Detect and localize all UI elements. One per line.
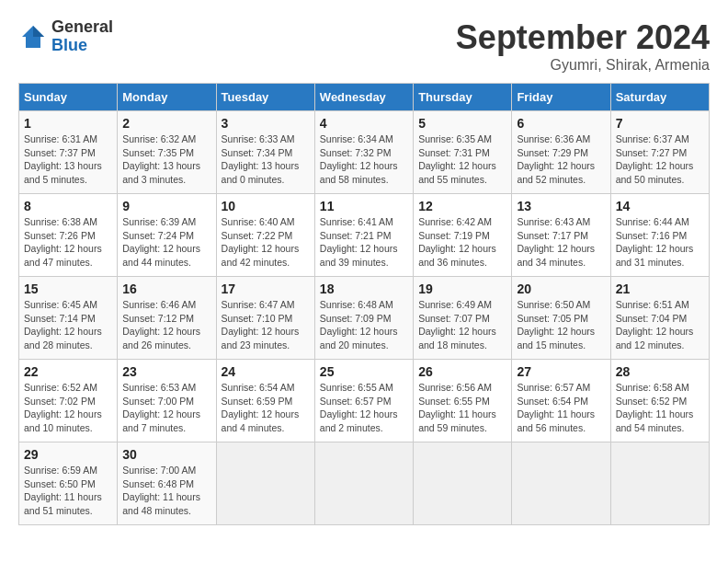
day-number: 27 [517,364,605,379]
day-number: 12 [418,199,506,213]
calendar-cell: 27Sunrise: 6:57 AM Sunset: 6:54 PM Dayli… [512,360,610,442]
day-info: Sunrise: 6:32 AM Sunset: 7:35 PM Dayligh… [122,132,210,187]
calendar-cell [314,442,413,525]
day-number: 5 [418,116,506,131]
day-info: Sunrise: 6:48 AM Sunset: 7:09 PM Dayligh… [320,298,408,352]
day-info: Sunrise: 6:54 AM Sunset: 6:59 PM Dayligh… [222,381,310,435]
day-number: 4 [320,116,408,131]
day-number: 20 [517,282,605,296]
day-number: 1 [24,116,112,131]
weekday-header-wednesday: Wednesday [314,84,413,111]
calendar-cell [216,442,314,525]
weekday-header-tuesday: Tuesday [216,84,314,111]
calendar-cell: 6Sunrise: 6:36 AM Sunset: 7:29 PM Daylig… [512,111,610,194]
day-info: Sunrise: 6:50 AM Sunset: 7:05 PM Dayligh… [517,298,605,352]
calendar-cell: 8Sunrise: 6:38 AM Sunset: 7:26 PM Daylig… [19,194,118,277]
day-info: Sunrise: 6:47 AM Sunset: 7:10 PM Dayligh… [222,298,310,352]
day-info: Sunrise: 6:56 AM Sunset: 6:55 PM Dayligh… [418,381,506,435]
calendar-row-4: 22Sunrise: 6:52 AM Sunset: 7:02 PM Dayli… [19,360,710,442]
day-info: Sunrise: 7:00 AM Sunset: 6:48 PM Dayligh… [122,464,210,518]
logo-icon [18,22,48,52]
weekday-header-sunday: Sunday [19,84,118,111]
calendar-cell: 7Sunrise: 6:37 AM Sunset: 7:27 PM Daylig… [610,111,709,194]
calendar-cell: 17Sunrise: 6:47 AM Sunset: 7:10 PM Dayli… [216,277,314,360]
day-info: Sunrise: 6:39 AM Sunset: 7:24 PM Dayligh… [122,215,210,270]
day-info: Sunrise: 6:36 AM Sunset: 7:29 PM Dayligh… [517,132,605,187]
logo-blue: Blue [51,36,87,54]
day-number: 26 [418,364,506,379]
calendar-cell: 16Sunrise: 6:46 AM Sunset: 7:12 PM Dayli… [118,277,216,360]
calendar-cell [414,442,512,525]
calendar-cell: 15Sunrise: 6:45 AM Sunset: 7:14 PM Dayli… [19,277,118,360]
day-number: 9 [122,199,210,213]
day-info: Sunrise: 6:58 AM Sunset: 6:52 PM Dayligh… [616,381,704,435]
weekday-row: SundayMondayTuesdayWednesdayThursdayFrid… [19,84,710,111]
calendar-cell: 22Sunrise: 6:52 AM Sunset: 7:02 PM Dayli… [19,360,118,442]
calendar-row-1: 1Sunrise: 6:31 AM Sunset: 7:37 PM Daylig… [19,111,710,194]
day-info: Sunrise: 6:41 AM Sunset: 7:21 PM Dayligh… [320,215,408,270]
page-header: General Blue September 2024 Gyumri, Shir… [18,18,710,74]
calendar-cell: 25Sunrise: 6:55 AM Sunset: 6:57 PM Dayli… [314,360,413,442]
calendar-cell: 14Sunrise: 6:44 AM Sunset: 7:16 PM Dayli… [610,194,709,277]
calendar-cell: 26Sunrise: 6:56 AM Sunset: 6:55 PM Dayli… [414,360,512,442]
calendar-row-2: 8Sunrise: 6:38 AM Sunset: 7:26 PM Daylig… [19,194,710,277]
weekday-header-monday: Monday [118,84,216,111]
day-info: Sunrise: 6:53 AM Sunset: 7:00 PM Dayligh… [122,381,210,435]
calendar-cell: 3Sunrise: 6:33 AM Sunset: 7:34 PM Daylig… [216,111,314,194]
calendar-table: SundayMondayTuesdayWednesdayThursdayFrid… [18,83,710,525]
day-number: 14 [616,199,704,213]
day-number: 22 [24,364,112,379]
calendar-cell: 28Sunrise: 6:58 AM Sunset: 6:52 PM Dayli… [610,360,709,442]
day-info: Sunrise: 6:40 AM Sunset: 7:22 PM Dayligh… [222,215,310,270]
day-number: 2 [122,116,210,131]
day-number: 29 [24,447,112,462]
day-number: 10 [222,199,310,213]
day-number: 3 [222,116,310,131]
day-number: 24 [222,364,310,379]
day-number: 6 [517,116,605,131]
day-info: Sunrise: 6:38 AM Sunset: 7:26 PM Dayligh… [24,215,112,270]
day-number: 23 [122,364,210,379]
day-info: Sunrise: 6:52 AM Sunset: 7:02 PM Dayligh… [24,381,112,435]
calendar-cell: 13Sunrise: 6:43 AM Sunset: 7:17 PM Dayli… [512,194,610,277]
day-info: Sunrise: 6:51 AM Sunset: 7:04 PM Dayligh… [616,298,704,352]
calendar-cell [610,442,709,525]
logo: General Blue [18,18,113,55]
calendar-cell: 20Sunrise: 6:50 AM Sunset: 7:05 PM Dayli… [512,277,610,360]
day-info: Sunrise: 6:45 AM Sunset: 7:14 PM Dayligh… [24,298,112,352]
calendar-cell: 1Sunrise: 6:31 AM Sunset: 7:37 PM Daylig… [19,111,118,194]
day-number: 30 [122,447,210,462]
day-info: Sunrise: 6:44 AM Sunset: 7:16 PM Dayligh… [616,215,704,270]
month-title: September 2024 [456,18,710,57]
calendar-cell: 24Sunrise: 6:54 AM Sunset: 6:59 PM Dayli… [216,360,314,442]
calendar-row-5: 29Sunrise: 6:59 AM Sunset: 6:50 PM Dayli… [19,442,710,525]
calendar-cell: 9Sunrise: 6:39 AM Sunset: 7:24 PM Daylig… [118,194,216,277]
calendar-cell: 2Sunrise: 6:32 AM Sunset: 7:35 PM Daylig… [118,111,216,194]
weekday-header-saturday: Saturday [610,84,709,111]
day-number: 11 [320,199,408,213]
calendar-cell: 12Sunrise: 6:42 AM Sunset: 7:19 PM Dayli… [414,194,512,277]
day-info: Sunrise: 6:59 AM Sunset: 6:50 PM Dayligh… [24,464,112,518]
calendar-header: SundayMondayTuesdayWednesdayThursdayFrid… [19,84,710,111]
day-info: Sunrise: 6:55 AM Sunset: 6:57 PM Dayligh… [320,381,408,435]
day-number: 15 [24,282,112,296]
day-number: 19 [418,282,506,296]
calendar-row-3: 15Sunrise: 6:45 AM Sunset: 7:14 PM Dayli… [19,277,710,360]
title-block: September 2024 Gyumri, Shirak, Armenia [456,18,710,74]
day-info: Sunrise: 6:57 AM Sunset: 6:54 PM Dayligh… [517,381,605,435]
svg-marker-1 [33,26,44,37]
day-number: 18 [320,282,408,296]
calendar-cell: 18Sunrise: 6:48 AM Sunset: 7:09 PM Dayli… [314,277,413,360]
logo-general: General [51,17,113,36]
day-number: 7 [616,116,704,131]
calendar-cell [512,442,610,525]
day-number: 8 [24,199,112,213]
day-number: 21 [616,282,704,296]
day-info: Sunrise: 6:42 AM Sunset: 7:19 PM Dayligh… [418,215,506,270]
day-number: 17 [222,282,310,296]
weekday-header-thursday: Thursday [414,84,512,111]
day-number: 25 [320,364,408,379]
calendar-cell: 11Sunrise: 6:41 AM Sunset: 7:21 PM Dayli… [314,194,413,277]
day-info: Sunrise: 6:34 AM Sunset: 7:32 PM Dayligh… [320,132,408,187]
day-number: 13 [517,199,605,213]
